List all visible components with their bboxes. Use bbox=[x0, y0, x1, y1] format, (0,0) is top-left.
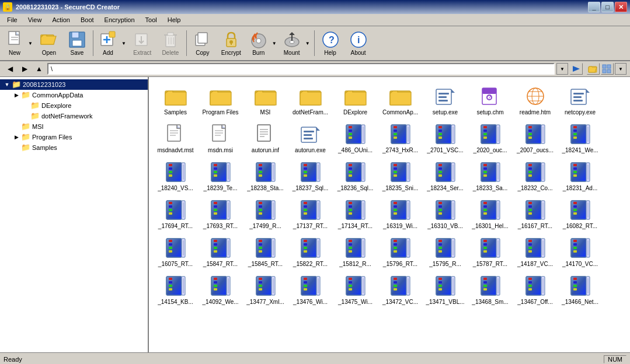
burn-dropdown-arrow[interactable]: ▼ bbox=[271, 28, 279, 58]
file-item[interactable]: _14170_VC... bbox=[558, 233, 602, 270]
address-dropdown[interactable]: ▼ bbox=[556, 63, 568, 75]
file-item[interactable]: _18241_We... bbox=[558, 120, 602, 156]
burn-button[interactable]: Burn bbox=[246, 28, 271, 58]
close-button[interactable]: ✕ bbox=[615, 2, 627, 12]
file-item[interactable]: _16075_RT... bbox=[154, 233, 197, 270]
file-item[interactable]: _15795_R... bbox=[423, 233, 467, 270]
extract-button[interactable]: Extract bbox=[129, 28, 156, 58]
file-item[interactable]: _18233_Sa... bbox=[468, 158, 512, 194]
file-item[interactable]: _18238_Sta... bbox=[243, 158, 287, 194]
file-item[interactable]: _13475_Wi... bbox=[333, 271, 377, 308]
file-item[interactable]: _2743_HxR... bbox=[378, 120, 422, 156]
tree-expand-programfiles[interactable]: ▶ bbox=[12, 132, 21, 142]
file-item[interactable]: _17134_RT... bbox=[333, 195, 377, 232]
forward-button[interactable]: ▶ bbox=[18, 63, 31, 75]
mount-button[interactable]: Mount bbox=[280, 28, 304, 58]
file-item[interactable]: _13467_Off... bbox=[513, 271, 557, 308]
file-item[interactable]: _13472_VC... bbox=[378, 271, 422, 308]
file-item[interactable]: _16167_RT... bbox=[513, 195, 557, 232]
menu-encryption[interactable]: Encryption bbox=[100, 15, 140, 24]
view-dropdown-arrow[interactable]: ▼ bbox=[615, 63, 626, 75]
file-item[interactable]: _16319_Wi... bbox=[378, 195, 422, 232]
menu-file[interactable]: File bbox=[2, 15, 22, 24]
file-item[interactable]: dotNetFram... bbox=[288, 82, 332, 118]
file-item[interactable]: _17693_RT... bbox=[199, 195, 242, 232]
file-item[interactable]: _18239_Te... bbox=[199, 158, 242, 194]
new-dropdown-arrow[interactable]: ▼ bbox=[27, 28, 34, 58]
delete-button[interactable]: Delete bbox=[157, 28, 184, 58]
menu-tool[interactable]: Tool bbox=[141, 15, 162, 24]
file-item[interactable]: _15822_RT... bbox=[288, 233, 332, 270]
tree-item-dotnetframework[interactable]: ▶ 📁 dotNetFramework bbox=[0, 111, 148, 121]
file-item[interactable]: msdn.msi bbox=[199, 120, 242, 156]
file-item[interactable]: msdnadvt.mst bbox=[154, 120, 197, 156]
file-item[interactable]: _13477_Xml... bbox=[243, 271, 287, 308]
file-item[interactable]: _14154_KB... bbox=[154, 271, 197, 308]
tree-expand-commonappdata[interactable]: ▶ bbox=[12, 90, 21, 100]
file-item[interactable]: MSI bbox=[243, 82, 287, 118]
view-button[interactable] bbox=[601, 63, 614, 75]
file-item[interactable]: _18231_Ad... bbox=[558, 158, 602, 194]
about-button[interactable]: i About bbox=[345, 28, 372, 58]
file-item[interactable]: _18240_VS... bbox=[154, 158, 197, 194]
file-item[interactable]: _14092_We... bbox=[199, 271, 242, 308]
go-button[interactable] bbox=[570, 63, 583, 75]
file-item[interactable]: readme.htm bbox=[513, 82, 557, 118]
tree-item-dexplore[interactable]: ▶ 📁 DEexplore bbox=[0, 100, 148, 111]
new-button[interactable]: New bbox=[2, 28, 27, 58]
file-item[interactable]: _17694_RT... bbox=[154, 195, 197, 232]
file-item[interactable]: _13476_Wi... bbox=[288, 271, 332, 308]
tree-root[interactable]: ▼ 📁 200812231023 bbox=[0, 79, 148, 90]
file-item[interactable]: _17137_RT... bbox=[288, 195, 332, 232]
file-item[interactable]: _17499_R... bbox=[243, 195, 287, 232]
file-item[interactable]: _13468_Sm... bbox=[468, 271, 512, 308]
file-item[interactable]: Samples bbox=[154, 82, 197, 118]
file-item[interactable]: _16301_Hel... bbox=[468, 195, 512, 232]
menu-view[interactable]: View bbox=[23, 15, 47, 24]
file-item[interactable]: _2007_oucs... bbox=[513, 120, 557, 156]
file-item[interactable]: _16082_RT... bbox=[558, 195, 602, 232]
file-item[interactable]: _14187_VC... bbox=[513, 233, 557, 270]
file-item[interactable]: _486_OUni... bbox=[333, 120, 377, 156]
file-item[interactable]: _15845_RT... bbox=[243, 233, 287, 270]
add-dropdown-arrow[interactable]: ▼ bbox=[120, 28, 128, 58]
file-item[interactable]: setup.exe bbox=[423, 82, 467, 118]
file-item[interactable]: _15796_RT... bbox=[378, 233, 422, 270]
tree-item-programfiles[interactable]: ▶ 📁 Program Files bbox=[0, 132, 148, 142]
menu-action[interactable]: Action bbox=[47, 15, 75, 24]
file-item[interactable]: _18235_Sni... bbox=[378, 158, 422, 194]
file-item[interactable]: _15812_R... bbox=[333, 233, 377, 270]
address-input[interactable] bbox=[47, 63, 555, 75]
open-folder-button[interactable] bbox=[587, 63, 600, 75]
save-button[interactable]: Save bbox=[64, 28, 91, 58]
add-button[interactable]: Add bbox=[96, 28, 120, 58]
back-button[interactable]: ◀ bbox=[4, 63, 16, 75]
tree-item-msi[interactable]: ▶ 📁 MSI bbox=[0, 121, 148, 132]
file-item[interactable]: _15847_RT... bbox=[199, 233, 242, 270]
file-item[interactable]: DExplore bbox=[333, 82, 377, 118]
menu-help[interactable]: Help bbox=[163, 15, 186, 24]
file-item[interactable]: ? setup.chm bbox=[468, 82, 512, 118]
help-button[interactable]: ? Help bbox=[317, 28, 344, 58]
file-item[interactable]: _18234_Ser... bbox=[423, 158, 467, 194]
file-item[interactable]: autorun.inf bbox=[243, 120, 287, 156]
file-item[interactable]: _18232_Co... bbox=[513, 158, 557, 194]
file-item[interactable]: _13471_VBL... bbox=[423, 271, 467, 308]
open-button[interactable]: Open bbox=[36, 28, 62, 58]
minimize-button[interactable]: _ bbox=[588, 2, 600, 12]
encrypt-button[interactable]: Encrypt bbox=[217, 28, 245, 58]
menu-boot[interactable]: Boot bbox=[76, 15, 99, 24]
file-item[interactable]: CommonAp... bbox=[378, 82, 422, 118]
file-item[interactable]: netcopy.exe bbox=[558, 82, 602, 118]
file-item[interactable]: _18236_Sql... bbox=[333, 158, 377, 194]
up-button[interactable]: ▲ bbox=[33, 63, 46, 75]
tree-expand-root[interactable]: ▼ bbox=[2, 80, 12, 89]
copy-button[interactable]: Copy bbox=[189, 28, 216, 58]
file-item[interactable]: _16310_VB... bbox=[423, 195, 467, 232]
file-item[interactable]: _2701_VSC... bbox=[423, 120, 467, 156]
maximize-button[interactable]: □ bbox=[601, 2, 614, 12]
file-item[interactable]: autorun.exe bbox=[288, 120, 332, 156]
mount-dropdown-arrow[interactable]: ▼ bbox=[304, 28, 312, 58]
file-item[interactable]: _2020_ouc... bbox=[468, 120, 512, 156]
file-item[interactable]: Program Files bbox=[199, 82, 242, 118]
